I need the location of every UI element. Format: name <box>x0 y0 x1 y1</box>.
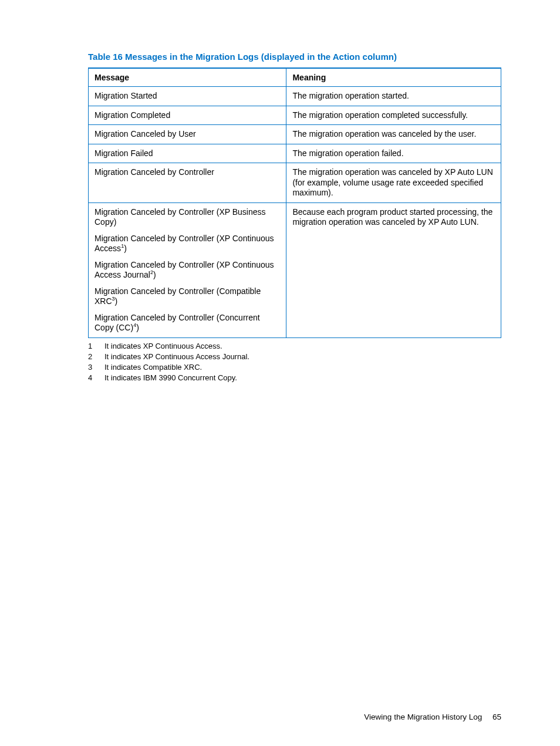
msg-text: Migration Canceled by Controller (Compat… <box>95 286 261 306</box>
footnote-item: 3 It indicates Compatible XRC. <box>88 363 501 372</box>
cell-message: Migration Failed <box>89 144 286 163</box>
table-row: Migration Completed The migration operat… <box>89 106 501 125</box>
footnote-item: 2 It indicates XP Continuous Access Jour… <box>88 352 501 361</box>
messages-table: Message Meaning Migration Started The mi… <box>88 67 501 338</box>
footnote-text: It indicates XP Continuous Access Journa… <box>104 352 249 361</box>
footnote-item: 4 It indicates IBM 3990 Concurrent Copy. <box>88 373 501 382</box>
msg-text: Migration Canceled by Controller (XP Con… <box>95 260 274 280</box>
cell-meaning: The migration operation started. <box>286 87 501 106</box>
msg-text: Migration Canceled by Controller (Concur… <box>95 313 260 333</box>
cell-meaning: Because each program product started pro… <box>286 202 501 337</box>
table-title: Table 16 Messages in the Migration Logs … <box>88 52 501 62</box>
footnote-num: 1 <box>88 342 104 350</box>
msg-text: ) <box>124 244 127 253</box>
document-page: Table 16 Messages in the Migration Logs … <box>0 0 560 382</box>
footnote-num: 4 <box>88 373 104 382</box>
footer-section: Viewing the Migration History Log <box>364 713 482 721</box>
msg-text: ) <box>115 296 118 306</box>
cell-message: Migration Canceled by Controller <box>89 163 286 203</box>
cell-message: Migration Canceled by User <box>89 125 286 144</box>
msg-text: Migration Canceled by Controller (XP Bus… <box>95 207 266 227</box>
table-row: Migration Canceled by User The migration… <box>89 125 501 144</box>
cell-meaning: The migration operation completed succes… <box>286 106 501 125</box>
table-row-grouped: Migration Canceled by Controller (XP Bus… <box>89 202 501 337</box>
msg-text: ) <box>136 323 139 332</box>
col-header-message: Message <box>89 68 286 87</box>
table-row: Migration Canceled by Controller The mig… <box>89 163 501 203</box>
footnote-text: It indicates IBM 3990 Concurrent Copy. <box>104 373 237 382</box>
cell-meaning: The migration operation failed. <box>286 144 501 163</box>
table-row: Migration Failed The migration operation… <box>89 144 501 163</box>
cell-message: Migration Started <box>89 87 286 106</box>
footnote-item: 1 It indicates XP Continuous Access. <box>88 342 501 350</box>
footnote-num: 3 <box>88 363 104 372</box>
cell-message: Migration Completed <box>89 106 286 125</box>
cell-meaning: The migration operation was canceled by … <box>286 163 501 203</box>
msg-text: ) <box>153 270 156 279</box>
footnote-num: 2 <box>88 352 104 361</box>
page-footer: Viewing the Migration History Log 65 <box>364 713 501 721</box>
footnotes: 1 It indicates XP Continuous Access. 2 I… <box>88 342 501 382</box>
footer-page-number: 65 <box>492 713 501 721</box>
footnote-text: It indicates XP Continuous Access. <box>104 342 222 350</box>
table-row: Migration Started The migration operatio… <box>89 87 501 106</box>
footnote-text: It indicates Compatible XRC. <box>104 363 202 372</box>
col-header-meaning: Meaning <box>286 68 501 87</box>
cell-message-grouped: Migration Canceled by Controller (XP Bus… <box>89 202 286 337</box>
cell-meaning: The migration operation was canceled by … <box>286 125 501 144</box>
